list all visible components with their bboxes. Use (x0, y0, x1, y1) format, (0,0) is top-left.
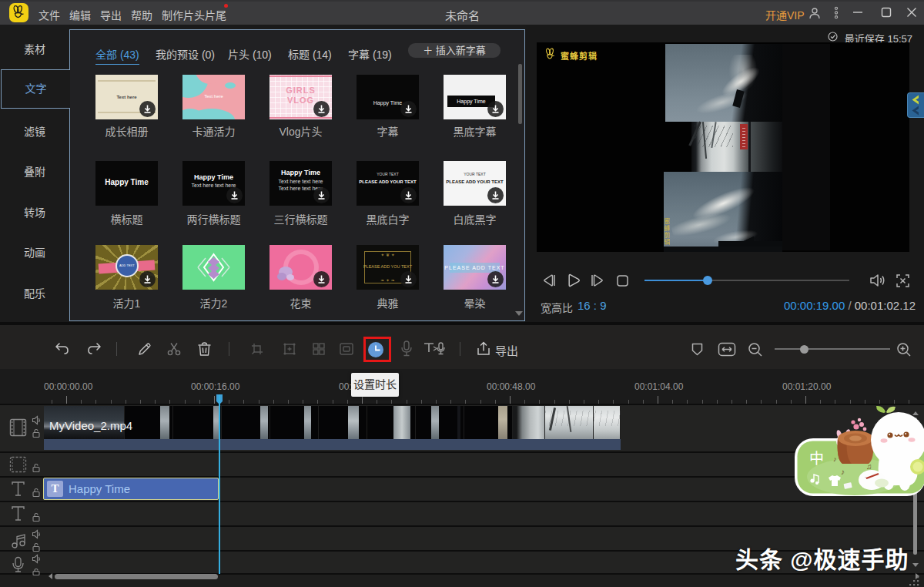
svg-text:中: 中 (809, 451, 824, 467)
svg-text:♫: ♫ (866, 462, 872, 471)
svg-text:♪: ♪ (841, 468, 845, 476)
svg-text:♪: ♪ (833, 455, 837, 463)
